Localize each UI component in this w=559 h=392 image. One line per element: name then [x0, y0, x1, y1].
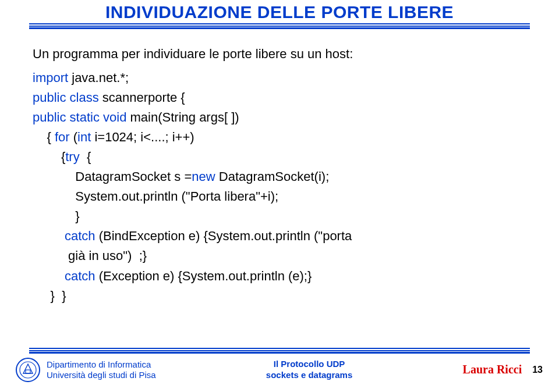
dept-line-1: Dipartimento di Informatica	[47, 359, 156, 370]
university-logo-icon	[15, 357, 41, 383]
code-text: java.net.*;	[72, 70, 129, 85]
code-text: {	[33, 130, 55, 144]
content-area: Un programma per individuare le porte li…	[33, 44, 536, 306]
dept-line-2: Università degli studi di Pisa	[47, 370, 156, 380]
slide: INDIVIDUAZIONE DELLE PORTE LIBERE Un pro…	[0, 2, 559, 392]
kw-public-static-void: public static void	[33, 110, 130, 124]
code-text: {	[87, 149, 91, 164]
code-text: }	[33, 209, 80, 223]
code-text: DatagramSocket s =	[33, 169, 192, 184]
code-text: {	[33, 149, 65, 164]
kw-try: try	[65, 149, 87, 164]
kw-import: import	[33, 70, 72, 85]
code-text: DatagramSocket(i);	[219, 169, 330, 184]
footer-underline	[29, 348, 530, 354]
title-underline	[29, 23, 530, 29]
kw-catch: catch	[33, 229, 99, 243]
kw-int: int	[77, 130, 94, 144]
footer: Dipartimento di Informatica Università d…	[0, 348, 559, 389]
kw-public-class: public class	[33, 90, 102, 105]
code-text: System.out.println ("Porta libera"+i);	[33, 189, 278, 204]
subject-line-1: Il Protocollo UDP	[156, 359, 463, 370]
slide-title: INDIVIDUAZIONE DELLE PORTE LIBERE	[0, 2, 559, 22]
code-text: (BindException e) {System.out.println ("…	[99, 229, 352, 243]
department-text: Dipartimento di Informatica Università d…	[47, 359, 156, 380]
footer-row: Dipartimento di Informatica Università d…	[12, 357, 547, 383]
code-text: main(String args[ ])	[130, 110, 239, 124]
footer-right: Laura Ricci 13	[463, 363, 547, 376]
code-text: (	[73, 130, 77, 144]
subject-line-2: sockets e datagrams	[156, 370, 463, 381]
kw-catch: catch	[33, 269, 99, 283]
kw-for: for	[55, 130, 73, 144]
code-text: (Exception e) {System.out.println (e);}	[99, 269, 312, 283]
kw-new: new	[192, 169, 218, 184]
code-text: già in uso") ;}	[33, 248, 147, 263]
code-text: } }	[33, 288, 66, 303]
author-name: Laura Ricci	[463, 363, 522, 376]
code-block: import java.net.*; public class scannerp…	[33, 68, 536, 306]
footer-subject: Il Protocollo UDP sockets e datagrams	[156, 359, 463, 381]
page-number: 13	[532, 365, 543, 375]
code-text: scannerporte {	[102, 90, 185, 105]
code-text: i=1024; i<....; i++)	[94, 130, 194, 144]
intro-text: Un programma per individuare le porte li…	[33, 44, 536, 63]
